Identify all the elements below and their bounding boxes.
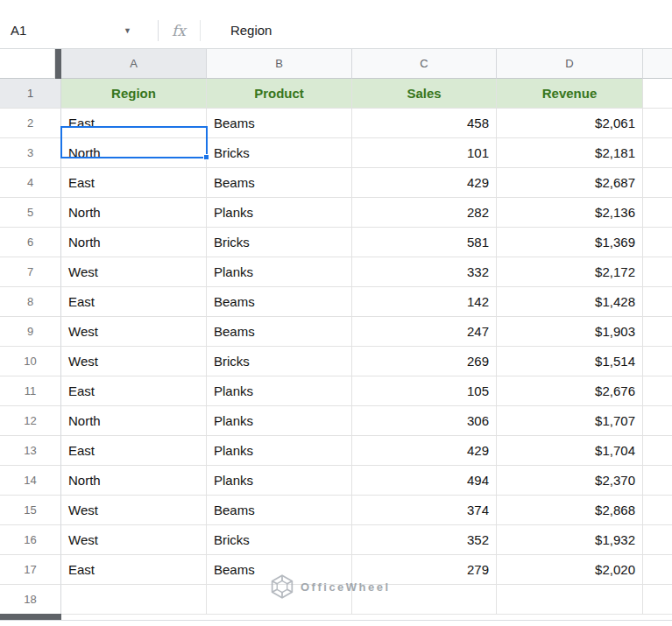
row-header-2[interactable]: 2 xyxy=(0,109,61,138)
cell-B7[interactable]: Planks xyxy=(207,257,352,287)
cell-B2[interactable]: Beams xyxy=(207,109,352,138)
cell-C16[interactable]: 352 xyxy=(352,525,497,555)
cell-B17[interactable]: Beams xyxy=(207,555,352,585)
cell-D8[interactable]: $1,428 xyxy=(497,287,643,317)
row-header-1[interactable]: 1 xyxy=(0,79,61,109)
cell-C5[interactable]: 282 xyxy=(352,198,497,228)
cell-D17[interactable]: $2,020 xyxy=(497,555,643,585)
row-header-17[interactable]: 17 xyxy=(0,555,61,585)
cell-C11[interactable]: 105 xyxy=(352,376,497,406)
row-header-9[interactable]: 9 xyxy=(0,317,61,347)
cell-B3[interactable]: Bricks xyxy=(207,138,352,168)
cell-C6[interactable]: 581 xyxy=(352,228,497,257)
row-header-13[interactable]: 13 xyxy=(0,436,61,466)
cell-A2[interactable]: East xyxy=(61,109,207,138)
cell-D10[interactable]: $1,514 xyxy=(497,347,643,376)
cell-B8[interactable]: Beams xyxy=(207,287,352,317)
column-header-C[interactable]: C xyxy=(352,49,497,79)
row-header-4[interactable]: 4 xyxy=(0,168,61,198)
row-header-12[interactable]: 12 xyxy=(0,406,61,436)
cell-A3[interactable]: North xyxy=(61,138,207,168)
cell-B12[interactable]: Planks xyxy=(207,406,352,436)
row-header-16[interactable]: 16 xyxy=(0,525,61,555)
column-header-A[interactable]: A xyxy=(61,49,207,79)
row-header-14[interactable]: 14 xyxy=(0,466,61,496)
cell-D1[interactable]: Revenue xyxy=(497,79,643,109)
cell-D14[interactable]: $2,370 xyxy=(497,466,643,496)
cell-A7[interactable]: West xyxy=(61,257,207,287)
cell-D4[interactable]: $2,687 xyxy=(497,168,643,198)
cell-C10[interactable]: 269 xyxy=(352,347,497,376)
select-all-corner[interactable] xyxy=(0,49,55,79)
fill-handle[interactable] xyxy=(203,154,209,160)
cell-C17[interactable]: 279 xyxy=(352,555,497,585)
cell-D13[interactable]: $1,704 xyxy=(497,436,643,466)
cell-A5[interactable]: North xyxy=(61,198,207,228)
name-box-dropdown-icon[interactable]: ▼ xyxy=(124,26,131,35)
cell-partial-16 xyxy=(643,525,672,555)
cell-A1[interactable]: Region xyxy=(61,79,207,109)
cell-C14[interactable]: 494 xyxy=(352,466,497,496)
cell-A15[interactable]: West xyxy=(61,496,207,525)
cell-B4[interactable]: Beams xyxy=(207,168,352,198)
cell-B16[interactable]: Bricks xyxy=(207,525,352,555)
cell-B18[interactable] xyxy=(207,585,352,615)
cell-B1[interactable]: Product xyxy=(207,79,352,109)
cell-A10[interactable]: West xyxy=(61,347,207,376)
cell-B10[interactable]: Bricks xyxy=(207,347,352,376)
cell-D16[interactable]: $1,932 xyxy=(497,525,643,555)
row-header-5[interactable]: 5 xyxy=(0,198,61,228)
column-header-D[interactable]: D xyxy=(497,49,643,79)
cell-A6[interactable]: North xyxy=(61,228,207,257)
formula-input[interactable]: Region xyxy=(230,23,272,38)
cell-C7[interactable]: 332 xyxy=(352,257,497,287)
cell-D5[interactable]: $2,136 xyxy=(497,198,643,228)
cell-C12[interactable]: 306 xyxy=(352,406,497,436)
cell-B14[interactable]: Planks xyxy=(207,466,352,496)
cell-D6[interactable]: $1,369 xyxy=(497,228,643,257)
row-header-3[interactable]: 3 xyxy=(0,138,61,168)
cell-D11[interactable]: $2,676 xyxy=(497,376,643,406)
cell-D2[interactable]: $2,061 xyxy=(497,109,643,138)
cell-B15[interactable]: Beams xyxy=(207,496,352,525)
cell-A18[interactable] xyxy=(61,585,207,615)
cell-D18[interactable] xyxy=(497,585,643,615)
cell-A13[interactable]: East xyxy=(61,436,207,466)
cell-C2[interactable]: 458 xyxy=(352,109,497,138)
row-header-18[interactable]: 18 xyxy=(0,585,61,615)
cell-C15[interactable]: 374 xyxy=(352,496,497,525)
cell-A17[interactable]: East xyxy=(61,555,207,585)
column-header-B[interactable]: B xyxy=(207,49,352,79)
row-header-6[interactable]: 6 xyxy=(0,228,61,257)
cell-B11[interactable]: Planks xyxy=(207,376,352,406)
row-header-11[interactable]: 11 xyxy=(0,376,61,406)
cell-B6[interactable]: Bricks xyxy=(207,228,352,257)
row-header-15[interactable]: 15 xyxy=(0,496,61,525)
cell-B5[interactable]: Planks xyxy=(207,198,352,228)
cell-B9[interactable]: Beams xyxy=(207,317,352,347)
cell-B13[interactable]: Planks xyxy=(207,436,352,466)
cell-D15[interactable]: $2,868 xyxy=(497,496,643,525)
cell-A12[interactable]: North xyxy=(61,406,207,436)
cell-C4[interactable]: 429 xyxy=(352,168,497,198)
row-header-8[interactable]: 8 xyxy=(0,287,61,317)
cell-C13[interactable]: 429 xyxy=(352,436,497,466)
cell-C9[interactable]: 247 xyxy=(352,317,497,347)
cell-C1[interactable]: Sales xyxy=(352,79,497,109)
cell-A11[interactable]: East xyxy=(61,376,207,406)
name-box[interactable]: A1 ▼ xyxy=(11,23,140,38)
cell-C3[interactable]: 101 xyxy=(352,138,497,168)
row-header-10[interactable]: 10 xyxy=(0,347,61,376)
cell-D9[interactable]: $1,903 xyxy=(497,317,643,347)
cell-C8[interactable]: 142 xyxy=(352,287,497,317)
cell-A9[interactable]: West xyxy=(61,317,207,347)
cell-D3[interactable]: $2,181 xyxy=(497,138,643,168)
cell-A4[interactable]: East xyxy=(61,168,207,198)
row-header-7[interactable]: 7 xyxy=(0,257,61,287)
cell-C18[interactable] xyxy=(352,585,497,615)
cell-D7[interactable]: $2,172 xyxy=(497,257,643,287)
cell-A14[interactable]: North xyxy=(61,466,207,496)
cell-A16[interactable]: West xyxy=(61,525,207,555)
cell-D12[interactable]: $1,707 xyxy=(497,406,643,436)
cell-A8[interactable]: East xyxy=(61,287,207,317)
